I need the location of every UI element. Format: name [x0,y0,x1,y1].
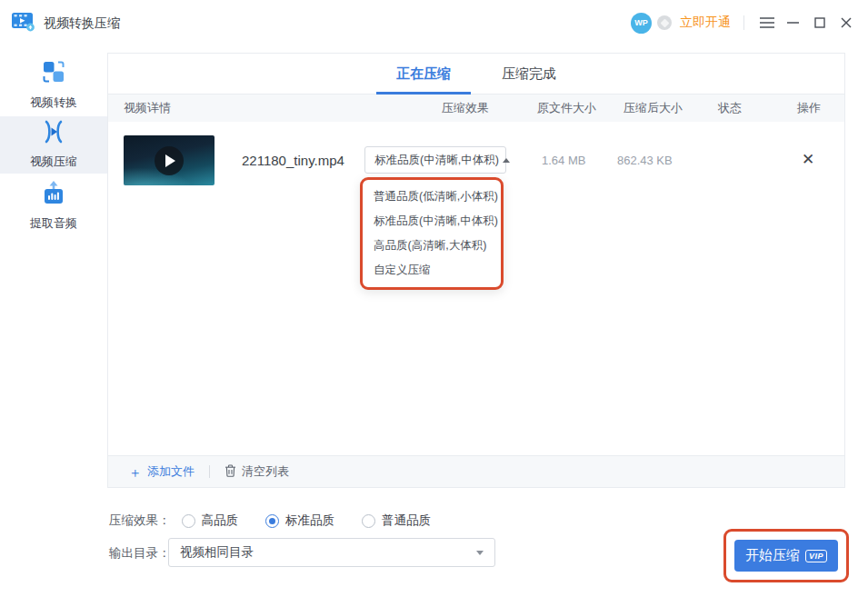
col-header-status: 状态 [718,95,742,122]
compress-icon [39,120,68,147]
extract-audio-icon [42,181,65,209]
compress-effect-row: 压缩效果： 高品质 标准品质 普通品质 [109,512,431,529]
sidebar-item-label: 视频压缩 [30,154,77,170]
sidebar-item-video-compress[interactable]: 视频压缩 [0,116,107,174]
compress-panel: 正在压缩 压缩完成 视频详情 压缩效果 原文件大小 压缩后大小 状态 操作 22… [107,53,845,488]
radio-label: 高品质 [202,512,239,529]
clear-list-button[interactable]: 清空列表 [224,463,289,480]
radio-icon [362,514,375,528]
radio-icon [182,514,195,528]
output-directory-select[interactable]: 视频相同目录 [168,538,495,567]
tab-compressing[interactable]: 正在压缩 [376,54,471,94]
menu-icon[interactable] [753,0,780,45]
quality-option-high[interactable]: 高品质(高清晰,大体积) [363,234,501,258]
quality-dropdown-menu annotation-box: 普通品质(低清晰,小体积) 标准品质(中清晰,中体积) 高品质(高清晰,大体积)… [360,177,504,290]
output-directory-row: 输出目录： 视频相同目录 [109,545,171,562]
original-size-value: 1.64 MB [542,122,585,199]
plus-icon: ＋ [128,466,142,478]
tab-label: 正在压缩 [396,65,451,83]
vip-badge: VIP [805,550,827,562]
video-thumbnail[interactable] [124,135,215,185]
sidebar-item-extract-audio[interactable]: 提取音频 [0,177,107,234]
close-icon[interactable] [833,0,859,45]
convert-icon [41,59,66,88]
output-directory-value: 视频相同目录 [180,544,476,561]
sidebar-item-label: 视频转换 [30,95,77,111]
sidebar-item-video-convert[interactable]: 视频转换 [0,56,107,114]
trash-icon [224,464,236,480]
quality-option-custom[interactable]: 自定义压缩 [363,258,501,283]
list-footer: ＋ 添加文件 清空列表 [108,455,844,487]
table-header: 视频详情 压缩效果 原文件大小 压缩后大小 状态 操作 [108,95,844,122]
play-icon[interactable] [155,146,184,175]
sidebar: 视频转换 视频压缩 提取音频 [0,45,107,597]
radio-label: 标准品质 [285,512,334,529]
quality-select-value: 标准品质(中清晰,中体积) [374,153,499,168]
chevron-down-icon [476,551,484,555]
output-label: 输出目录： [109,545,171,562]
annotation-box: 开始压缩 VIP [723,529,849,582]
tab-label: 压缩完成 [502,65,556,83]
maximize-icon[interactable] [806,0,833,45]
tab-completed[interactable]: 压缩完成 [482,54,576,94]
radio-standard-quality[interactable]: 标准品质 [265,512,334,529]
radio-checked-icon [265,514,279,528]
title-bar: 视频转换压缩 WP 立即开通 [0,0,868,45]
tab-bar: 正在压缩 压缩完成 [108,54,844,95]
col-header-video-details: 视频详情 [124,95,171,122]
filename: 221180_tiny.mp4 [242,122,344,199]
col-header-effect: 压缩效果 [442,95,489,122]
radio-high-quality[interactable]: 高品质 [182,512,239,529]
app-logo-icon [12,12,35,35]
radio-label: 普通品质 [382,512,431,529]
minimize-icon[interactable] [780,0,806,45]
col-header-compressed-size: 压缩后大小 [624,95,683,122]
upgrade-now-link[interactable]: 立即开通 [680,15,731,31]
col-header-action: 操作 [797,95,821,122]
start-compress-button[interactable]: 开始压缩 VIP [734,540,838,572]
radio-normal-quality[interactable]: 普通品质 [362,512,431,529]
clear-list-label: 清空列表 [242,463,289,480]
effect-label: 压缩效果： [109,512,171,529]
compressed-size-value: 862.43 KB [617,122,673,199]
col-header-original-size: 原文件大小 [537,95,596,122]
quality-select[interactable]: 标准品质(中清晰,中体积) [364,146,506,174]
chevron-up-icon [503,158,510,163]
start-compress-label: 开始压缩 [745,547,800,564]
titlebar-divider [743,15,744,30]
footer-divider [209,465,210,478]
add-file-label: 添加文件 [147,463,195,480]
user-avatar[interactable]: WP [631,13,652,34]
sidebar-item-label: 提取音频 [30,215,77,232]
app-title: 视频转换压缩 [44,15,120,32]
vip-status-icon[interactable] [657,15,672,30]
quality-option-normal[interactable]: 普通品质(低清晰,小体积) [363,184,501,209]
quality-option-standard[interactable]: 标准品质(中清晰,中体积) [363,209,501,234]
remove-file-icon[interactable]: ✕ [798,149,818,169]
add-file-button[interactable]: ＋ 添加文件 [128,463,195,480]
